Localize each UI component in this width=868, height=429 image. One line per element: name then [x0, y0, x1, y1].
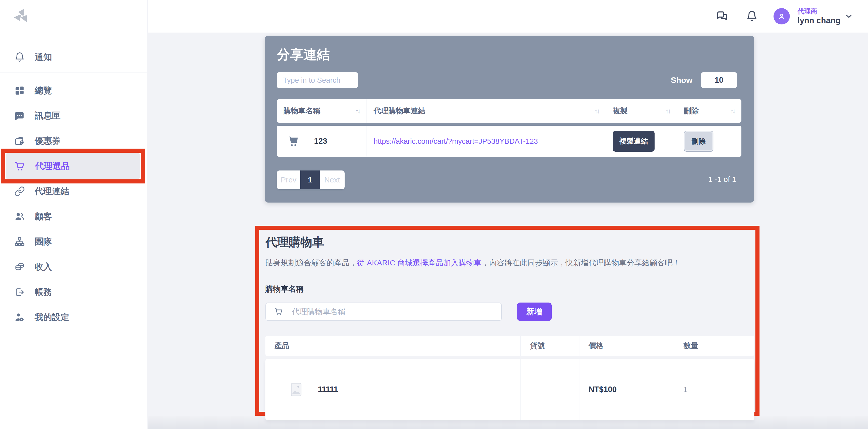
prev-page-button[interactable]: Prev: [277, 170, 300, 189]
akaric-store-link[interactable]: 從 AKARIC 商城選擇產品加入購物車: [357, 259, 482, 267]
cell-quantity: 1: [674, 359, 754, 420]
user-gear-icon: [14, 312, 25, 323]
sidebar-item-coupons[interactable]: 優惠券: [0, 128, 147, 154]
agent-cart-name-input[interactable]: [266, 302, 502, 321]
pagination: Prev 1 Next: [277, 170, 345, 189]
sidebar-item-label: 代理選品: [35, 160, 70, 172]
notifications-button[interactable]: [746, 10, 758, 22]
sidebar-item-notifications[interactable]: 通知: [0, 45, 147, 69]
cell-price: NT$100: [579, 359, 674, 420]
agent-cart-panel: 代理購物車 貼身規劃適合顧客的產品，從 AKARIC 商城選擇產品加入購物車，內…: [259, 230, 755, 412]
pagination-summary: 1 -1 of 1: [708, 175, 736, 184]
cell-product: 11111: [266, 359, 520, 420]
share-table-header: 購物車名稱 ↑↓ 代理購物車連結 ↑↓ 複製 ↑↓ 刪除 ↑↓: [277, 99, 741, 123]
bell-icon: [746, 10, 758, 22]
sidebar-item-label: 收入: [35, 261, 52, 273]
sidebar-item-income[interactable]: 收入: [0, 254, 147, 279]
sidebar-divider: [0, 72, 147, 73]
sort-icon[interactable]: ↑↓: [594, 107, 599, 115]
sort-icon[interactable]: ↑↓: [355, 107, 360, 115]
red-annotation-box-cart-panel: 代理購物車 貼身規劃適合顧客的產品，從 AKARIC 商城選擇產品加入購物車，內…: [255, 226, 760, 416]
product-table-header: 產品 貨號 價格 數量: [266, 336, 754, 356]
column-header-cart-name[interactable]: 購物車名稱 ↑↓: [277, 99, 367, 123]
product-quantity: 1: [683, 385, 688, 394]
messages-button[interactable]: [716, 10, 728, 22]
user-info[interactable]: 代理商 lynn chang: [798, 7, 840, 26]
search-input[interactable]: [277, 72, 358, 88]
export-icon: [14, 287, 25, 297]
column-header-sku: 貨號: [520, 336, 579, 356]
copy-link-button[interactable]: 複製連結: [613, 131, 655, 152]
sidebar-item-agent-links[interactable]: 代理連結: [0, 178, 147, 204]
image-placeholder-icon: [291, 383, 302, 396]
main-content: 分享連結 Show 10 購物車名稱 ↑↓ 代理購物車連結 ↑↓ 複製 ↑↓ 刪…: [148, 34, 868, 429]
chevron-down-icon[interactable]: [844, 12, 853, 21]
next-page-button[interactable]: Next: [320, 170, 345, 189]
user-role: 代理商: [798, 7, 840, 15]
cell-sku: [520, 359, 579, 420]
show-label: Show: [671, 75, 692, 85]
bell-icon: [14, 52, 25, 63]
column-header-delete[interactable]: 刪除 ↑↓: [677, 99, 741, 123]
customers-icon: [14, 211, 25, 222]
page-size-select[interactable]: 10: [701, 72, 737, 88]
sort-icon[interactable]: ↑↓: [730, 107, 735, 115]
sidebar-item-team[interactable]: 團隊: [0, 229, 147, 254]
cart-name-value: 123: [314, 137, 327, 146]
person-icon: [777, 11, 786, 21]
share-table-row: 123 https://akaric.com/cart/?mycart=JP53…: [277, 126, 741, 157]
sidebar-item-label: 總覽: [35, 85, 52, 96]
share-links-panel: 分享連結 Show 10 購物車名稱 ↑↓ 代理購物車連結 ↑↓ 複製 ↑↓ 刪…: [265, 36, 754, 202]
avatar[interactable]: [774, 8, 790, 25]
sidebar-item-label: 優惠券: [35, 135, 61, 147]
sidebar-item-label: 訊息匣: [35, 110, 61, 122]
grid-icon: [14, 85, 25, 96]
new-cart-form: 新增: [266, 302, 755, 321]
sidebar-item-customers[interactable]: 顧客: [0, 204, 147, 229]
org-chart-icon: [14, 236, 25, 247]
brand-logo-icon: [12, 7, 31, 27]
cell-delete: 刪除: [677, 126, 741, 157]
column-header-cart-link[interactable]: 代理購物車連結 ↑↓: [367, 99, 606, 123]
sidebar-item-my-settings[interactable]: 我的設定: [0, 304, 147, 330]
current-page-button[interactable]: 1: [300, 170, 320, 189]
sidebar-item-label: 團隊: [35, 236, 52, 248]
sort-icon[interactable]: ↑↓: [665, 107, 670, 115]
cell-copy: 複製連結: [606, 126, 677, 157]
add-button[interactable]: 新增: [517, 302, 552, 321]
sidebar-item-agent-products[interactable]: 代理選品: [0, 154, 147, 178]
column-header-copy[interactable]: 複製 ↑↓: [606, 99, 677, 123]
sidebar-item-billing[interactable]: 帳務: [0, 279, 147, 304]
cart-icon: [14, 161, 26, 172]
link-icon: [14, 186, 25, 197]
cart-icon: [287, 135, 300, 147]
sidebar-item-label: 我的設定: [35, 311, 69, 323]
sidebar: 通知 總覽 訊息匣 優惠券: [0, 0, 147, 429]
panel-title: 分享連結: [277, 46, 330, 64]
active-item-background: [6, 153, 140, 179]
delete-button[interactable]: 刪除: [684, 131, 713, 152]
column-header-price: 價格: [579, 336, 674, 356]
sidebar-item-overview[interactable]: 總覽: [0, 78, 147, 103]
product-table-row: 11111 NT$100 1: [266, 359, 754, 420]
product-price: NT$100: [589, 385, 617, 394]
panel-description: 貼身規劃適合顧客的產品，從 AKARIC 商城選擇產品加入購物車，內容將在此同步…: [266, 258, 755, 268]
sidebar-item-label: 代理連結: [35, 186, 69, 197]
product-name: 11111: [318, 385, 338, 394]
cell-cart-link: https://akaric.com/cart/?mycart=JP538YBD…: [367, 126, 606, 157]
user-name: lynn chang: [798, 15, 840, 26]
sidebar-item-inbox[interactable]: 訊息匣: [0, 103, 147, 128]
cart-share-link[interactable]: https://akaric.com/cart/?mycart=JP538YBD…: [374, 137, 538, 145]
sidebar-item-label: 帳務: [35, 286, 52, 298]
column-header-quantity: 數量: [674, 336, 754, 356]
cell-cart-name: 123: [277, 126, 367, 157]
panel-title: 代理購物車: [266, 234, 755, 250]
coupon-wallet-icon: [14, 136, 25, 146]
topbar: 代理商 lynn chang: [148, 0, 868, 33]
chat-icon: [14, 110, 25, 121]
cart-name-label: 購物車名稱: [266, 284, 755, 294]
cart-icon: [274, 307, 284, 318]
show-group: Show 10: [671, 72, 737, 88]
chat-bubbles-icon: [716, 10, 728, 22]
sidebar-item-label: 顧客: [35, 211, 52, 222]
